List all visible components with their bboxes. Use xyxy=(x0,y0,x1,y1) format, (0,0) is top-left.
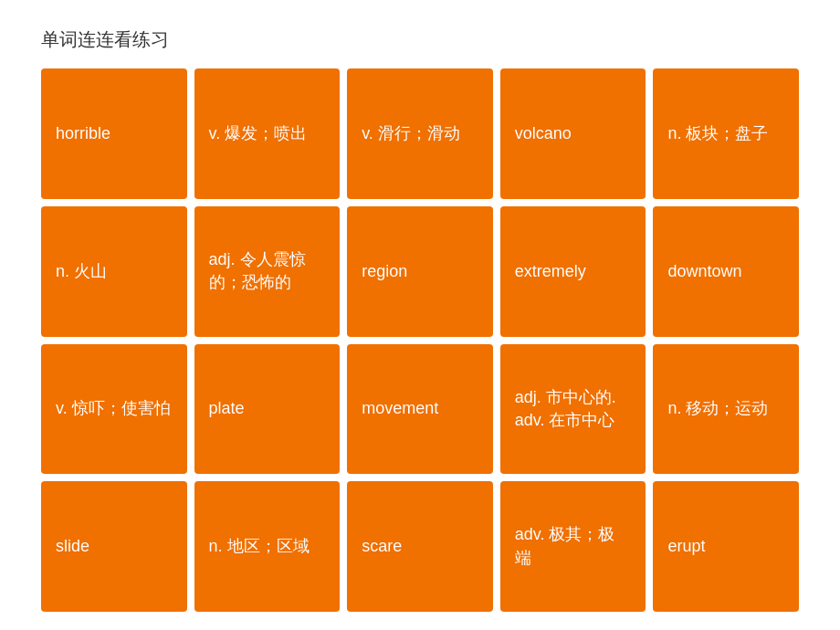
vocabulary-card[interactable]: plate xyxy=(194,344,341,475)
card-text: adj. 市中心的. adv. 在市中心 xyxy=(515,386,632,432)
card-text: v. 爆发；喷出 xyxy=(209,122,308,145)
vocabulary-card[interactable]: downtown xyxy=(653,206,799,337)
card-text: downtown xyxy=(667,260,741,283)
vocabulary-card[interactable]: v. 爆发；喷出 xyxy=(194,68,341,199)
card-text: adj. 令人震惊的；恐怖的 xyxy=(209,248,326,294)
card-text: movement xyxy=(362,397,438,420)
card-text: v. 滑行；滑动 xyxy=(362,122,460,145)
vocabulary-card[interactable]: erupt xyxy=(653,481,799,612)
vocabulary-card[interactable]: v. 滑行；滑动 xyxy=(347,68,493,199)
card-text: v. 惊吓；使害怕 xyxy=(56,397,171,420)
card-text: horrible xyxy=(56,122,110,145)
card-text: plate xyxy=(209,397,245,420)
card-text: slide xyxy=(56,535,89,558)
card-grid: horriblev. 爆发；喷出v. 滑行；滑动volcanon. 板块；盘子n… xyxy=(0,68,840,612)
card-text: n. 板块；盘子 xyxy=(667,122,768,145)
vocabulary-card[interactable]: extremely xyxy=(500,206,646,337)
page-title: 单词连连看练习 xyxy=(0,0,840,68)
card-text: region xyxy=(362,260,407,283)
card-text: n. 火山 xyxy=(56,260,107,283)
card-text: n. 地区；区域 xyxy=(209,535,310,558)
card-text: volcano xyxy=(515,122,572,145)
card-text: n. 移动；运动 xyxy=(667,397,768,420)
vocabulary-card[interactable]: n. 移动；运动 xyxy=(653,344,799,475)
vocabulary-card[interactable]: n. 板块；盘子 xyxy=(653,68,799,199)
vocabulary-card[interactable]: slide xyxy=(41,481,187,612)
vocabulary-card[interactable]: adj. 市中心的. adv. 在市中心 xyxy=(500,344,646,475)
card-text: scare xyxy=(362,535,402,558)
vocabulary-card[interactable]: v. 惊吓；使害怕 xyxy=(41,344,187,475)
vocabulary-card[interactable]: n. 火山 xyxy=(41,206,187,337)
vocabulary-card[interactable]: movement xyxy=(347,344,493,475)
vocabulary-card[interactable]: horrible xyxy=(41,68,187,199)
vocabulary-card[interactable]: region xyxy=(347,206,493,337)
vocabulary-card[interactable]: scare xyxy=(347,481,493,612)
card-text: erupt xyxy=(667,535,705,558)
vocabulary-card[interactable]: adj. 令人震惊的；恐怖的 xyxy=(194,206,341,337)
vocabulary-card[interactable]: adv. 极其；极端 xyxy=(500,481,646,612)
vocabulary-card[interactable]: n. 地区；区域 xyxy=(194,481,341,612)
card-text: adv. 极其；极端 xyxy=(515,523,632,569)
card-text: extremely xyxy=(515,260,586,283)
vocabulary-card[interactable]: volcano xyxy=(500,68,646,199)
